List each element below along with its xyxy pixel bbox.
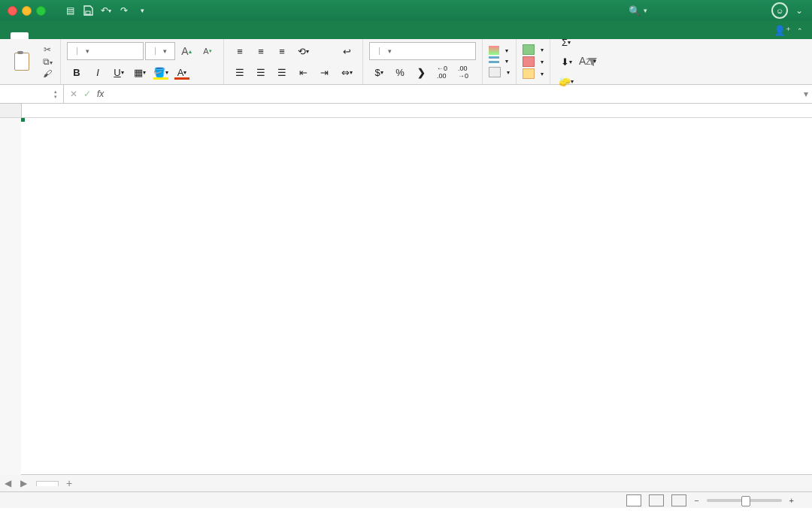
tab-review[interactable] [119, 32, 137, 39]
copy-icon[interactable]: ⧉▾ [41, 56, 54, 67]
ribbon-tabs: 👤⁺ ⌃ [0, 21, 812, 39]
cell-styles-button[interactable]: ▾ [489, 67, 510, 77]
title-bar: ▤ ↶▾ ↷ ▾ 🔍▾ ☺ ⌄ [0, 0, 812, 21]
editing-group: Σ▾ ⬇▾ 🧽▾ AZ ▾ [550, 39, 596, 84]
font-size-select[interactable]: ▾ [145, 42, 175, 60]
decrease-decimal-icon[interactable]: .00→0 [453, 63, 473, 81]
percent-icon[interactable]: % [390, 63, 410, 81]
tab-draw[interactable] [47, 32, 65, 39]
add-sheet-button[interactable]: + [59, 477, 80, 489]
currency-icon[interactable]: $▾ [369, 63, 389, 81]
cells-group: ▾ ▾ ▾ [517, 39, 550, 84]
align-top-icon[interactable]: ≡ [230, 42, 250, 60]
format-as-table-button[interactable]: ▾ [489, 56, 510, 65]
decrease-font-icon[interactable]: A▾ [198, 42, 217, 60]
close-window[interactable] [8, 6, 17, 16]
minimize-window[interactable] [22, 6, 32, 16]
fx-icon[interactable]: fx [97, 89, 104, 99]
formula-bar: ▴▾ ✕ ✓ fx ▾ [0, 85, 812, 104]
normal-view-icon[interactable] [626, 494, 641, 506]
merge-icon[interactable]: ⇔▾ [337, 63, 356, 81]
search-icon: 🔍 [629, 5, 641, 17]
wrap-text-icon[interactable]: ↩ [337, 42, 356, 60]
share-icon: 👤⁺ [774, 25, 791, 36]
autosum-icon[interactable]: Σ▾ [556, 33, 576, 51]
zoom-out-button[interactable]: − [694, 496, 698, 505]
bold-button[interactable]: B [67, 63, 86, 81]
search-sheet[interactable]: 🔍▾ [629, 5, 764, 17]
tab-formulas[interactable] [83, 32, 101, 39]
tab-insert[interactable] [29, 32, 47, 39]
tab-data[interactable] [101, 32, 119, 39]
align-bottom-icon[interactable]: ≡ [272, 42, 292, 60]
clear-icon[interactable]: 🧽▾ [556, 72, 576, 90]
font-color-button[interactable]: A▾ [172, 63, 192, 81]
sheet-tab[interactable] [36, 481, 59, 486]
redo-icon[interactable]: ↷ [117, 4, 132, 17]
align-center-icon[interactable]: ☰ [251, 63, 271, 81]
conditional-formatting-button[interactable]: ▾ [489, 46, 510, 55]
qat-more-icon[interactable]: ▾ [135, 4, 150, 17]
fill-icon[interactable]: ⬇▾ [556, 53, 576, 71]
save-icon[interactable] [80, 4, 95, 17]
number-group: ▾ $▾ % ❯ ←0.00 .00→0 [363, 39, 483, 84]
row-headers [0, 118, 21, 475]
grid[interactable] [21, 118, 812, 475]
active-cell-outline [21, 118, 24, 121]
styles-group: ▾ ▾ ▾ [483, 39, 517, 84]
name-box[interactable]: ▴▾ [0, 85, 64, 103]
increase-decimal-icon[interactable]: ←0.00 [432, 63, 452, 81]
align-left-icon[interactable]: ☰ [230, 63, 250, 81]
zoom-in-button[interactable]: + [789, 496, 794, 505]
maximize-window[interactable] [36, 6, 46, 16]
increase-font-icon[interactable]: A▴ [177, 42, 196, 60]
sheet-tabs: ◀ ▶ + [0, 474, 812, 491]
italic-button[interactable]: I [88, 63, 108, 81]
font-name-select[interactable]: ▾ [67, 42, 144, 60]
formula-bar-expand[interactable]: ▾ [800, 89, 812, 99]
align-middle-icon[interactable]: ≡ [251, 42, 271, 60]
insert-cells-button[interactable]: ▾ [523, 44, 544, 55]
number-format-select[interactable]: ▾ [369, 42, 476, 60]
column-headers [0, 104, 812, 118]
alignment-group: ≡ ≡ ≡ ⟲▾ ☰ ☰ ☰ ⇤ ⇥ ↩ ⇔▾ [224, 39, 363, 84]
sort-filter-icon[interactable]: AZ ▾ [579, 55, 590, 67]
share-button[interactable]: 👤⁺ ⌃ [765, 22, 812, 39]
feedback-icon[interactable]: ☺ [771, 2, 788, 19]
comma-icon[interactable]: ❯ [411, 63, 431, 81]
format-painter-icon[interactable]: 🖌 [41, 68, 54, 79]
tab-nav-next[interactable]: ▶ [16, 478, 32, 488]
border-button[interactable]: ▦▾ [130, 63, 150, 81]
page-break-view-icon[interactable] [671, 494, 686, 506]
decrease-indent-icon[interactable]: ⇤ [293, 63, 313, 81]
fill-color-button[interactable]: 🪣▾ [151, 63, 171, 81]
align-right-icon[interactable]: ☰ [272, 63, 292, 81]
format-cells-button[interactable]: ▾ [523, 68, 544, 79]
tab-nav-prev[interactable]: ◀ [0, 478, 16, 488]
svg-rect-0 [86, 11, 90, 14]
tab-home[interactable] [11, 32, 29, 39]
select-all-corner[interactable] [0, 104, 22, 117]
page-layout-view-icon[interactable] [649, 494, 664, 506]
ribbon: ✂ ⧉▾ 🖌 ▾ ▾ A▴ A▾ B I U▾ ▦▾ 🪣▾ A▾ [0, 39, 812, 85]
window-controls [8, 6, 46, 16]
paste-icon[interactable] [12, 51, 32, 71]
delete-cells-button[interactable]: ▾ [523, 56, 544, 67]
clipboard-group: ✂ ⧉▾ 🖌 [0, 39, 61, 84]
status-bar: − + [0, 491, 812, 508]
expand-icon[interactable]: ⌄ [795, 5, 803, 16]
underline-button[interactable]: U▾ [109, 63, 129, 81]
autosave-icon[interactable]: ▤ [62, 4, 77, 17]
increase-indent-icon[interactable]: ⇥ [314, 63, 334, 81]
font-group: ▾ ▾ A▴ A▾ B I U▾ ▦▾ 🪣▾ A▾ [61, 39, 224, 84]
cut-icon[interactable]: ✂ [41, 44, 54, 55]
cancel-formula-icon[interactable]: ✕ [70, 89, 77, 99]
zoom-slider[interactable] [707, 499, 782, 502]
tab-page-layout[interactable] [65, 32, 83, 39]
orientation-icon[interactable]: ⟲▾ [293, 42, 313, 60]
sheet-area [0, 104, 812, 474]
tab-view[interactable] [137, 32, 155, 39]
undo-icon[interactable]: ↶▾ [98, 4, 114, 17]
enter-formula-icon[interactable]: ✓ [83, 89, 91, 99]
